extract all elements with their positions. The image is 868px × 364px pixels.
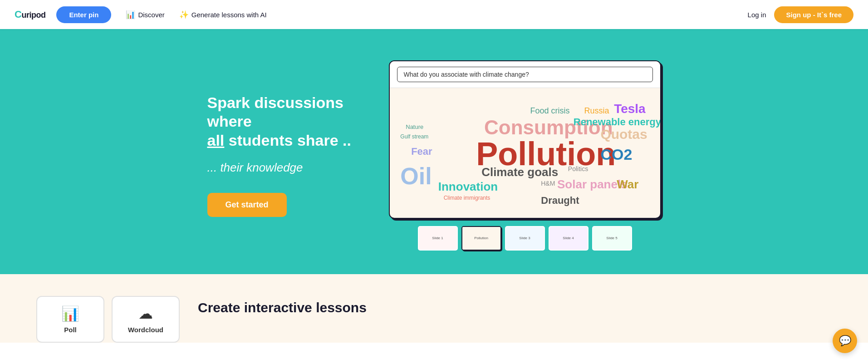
wordcloud-card-bottom[interactable]: ☁ Wordcloud <box>112 296 180 343</box>
discover-label: Discover <box>138 11 164 19</box>
wordcloud-word: Innovation <box>438 180 498 193</box>
slide-thumb-3[interactable]: Slide 3 <box>505 226 545 251</box>
enter-pin-button[interactable]: Enter pin <box>56 6 111 23</box>
wordcloud-word: Climate immigrants <box>444 195 490 201</box>
logo: Curipod <box>15 9 45 20</box>
poll-label: Poll <box>64 326 77 334</box>
poll-icon: 📊 <box>61 305 79 322</box>
hero-headline: Spark discussions where all students sha… <box>207 93 362 150</box>
headline-part1: Spark discussions where <box>207 94 343 130</box>
slide-thumb-1[interactable]: Slide 1 <box>418 226 458 251</box>
navbar: Curipod Enter pin 📊 Discover ✨ Generate … <box>0 0 868 29</box>
hero-sub: ... their knowledge <box>207 161 362 175</box>
slide-thumb-2[interactable]: Pollution <box>461 226 501 251</box>
feature-cards: 📊 Poll ☁ Wordcloud <box>36 296 180 343</box>
wordcloud-word: Fear <box>411 146 432 157</box>
wordcloud-word: Politics <box>568 166 588 172</box>
wordcloud-word: Russia <box>584 107 609 116</box>
hero-section: Spark discussions where all students sha… <box>0 29 868 274</box>
wordcloud-card: Food crisisRussiaTeslaNatureConsumptionR… <box>389 60 661 219</box>
wordcloud-word: Gulf stream <box>400 134 428 140</box>
wordcloud-word: Food crisis <box>530 107 569 116</box>
headline-part2: students share .. <box>229 132 351 149</box>
chat-icon: 💬 <box>839 335 851 343</box>
generate-label: Generate lessons with AI <box>191 11 267 19</box>
discover-icon: 📊 <box>126 10 135 20</box>
slide-thumb-4[interactable]: Slide 4 <box>549 226 588 251</box>
wordcloud-question-input[interactable] <box>397 67 653 82</box>
wordcloud-word: CO2 <box>600 146 632 163</box>
wordcloud-word: Tesla <box>614 102 646 116</box>
bottom-title: Create interactive lessons <box>198 300 367 316</box>
bottom-right: Create interactive lessons <box>198 296 832 316</box>
wordcloud-section: Food crisisRussiaTeslaNatureConsumptionR… <box>389 60 661 251</box>
wordcloud-word: Climate goals <box>481 166 558 179</box>
bottom-section: 📊 Poll ☁ Wordcloud Create interactive le… <box>0 274 868 343</box>
wordcloud-words: Food crisisRussiaTeslaNatureConsumptionR… <box>390 90 660 212</box>
slides-row: Slide 1PollutionSlide 3Slide 4Slide 5 <box>418 226 632 251</box>
wordcloud-word: Renewable energy <box>574 117 661 128</box>
wordcloud-word: War <box>617 178 638 191</box>
hero-text: Spark discussions where all students sha… <box>207 93 362 217</box>
get-started-button[interactable]: Get started <box>207 193 287 217</box>
wordcloud-input-row <box>390 61 660 88</box>
generate-link[interactable]: ✨ Generate lessons with AI <box>179 10 267 20</box>
signup-button[interactable]: Sign up - It`s free <box>774 6 853 23</box>
headline-underline: all <box>207 132 225 149</box>
wordcloud-word: Oil <box>400 163 432 189</box>
wordcloud-word: Nature <box>406 124 423 130</box>
login-button[interactable]: Log in <box>748 11 766 19</box>
wordcloud-icon: ☁ <box>138 305 153 322</box>
discover-link[interactable]: 📊 Discover <box>126 10 164 20</box>
generate-icon: ✨ <box>179 10 189 20</box>
slide-thumb-5[interactable]: Slide 5 <box>592 226 632 251</box>
wordcloud-word: Draught <box>541 195 579 206</box>
poll-card[interactable]: 📊 Poll <box>36 296 104 343</box>
wordcloud-word: H&M <box>541 180 555 187</box>
wordcloud-label: Wordcloud <box>128 326 163 334</box>
